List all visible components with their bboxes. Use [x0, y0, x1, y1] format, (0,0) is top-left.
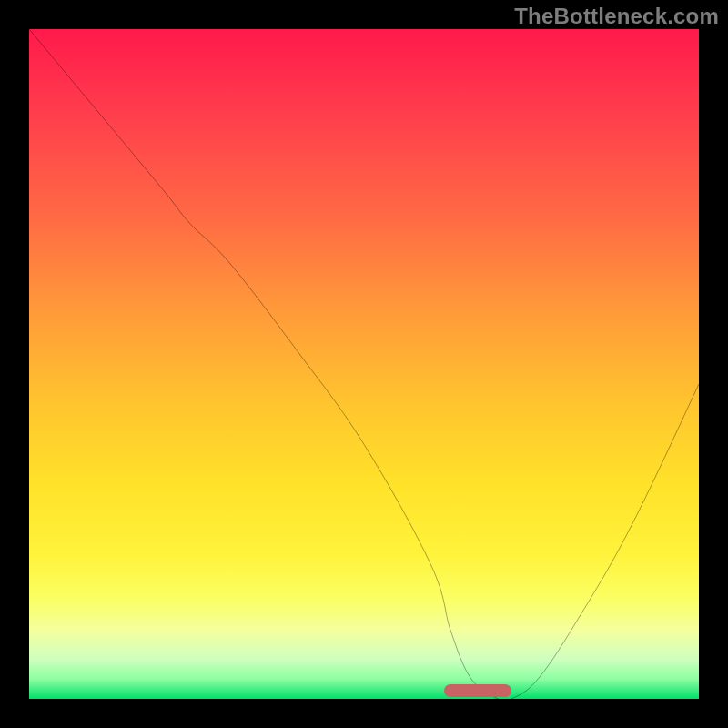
- optimal-range-marker: [444, 684, 511, 697]
- watermark-label: TheBottleneck.com: [514, 4, 719, 29]
- plot-area: [29, 29, 699, 699]
- bottleneck-curve: [29, 29, 699, 699]
- curve-path: [29, 29, 699, 702]
- chart-container: TheBottleneck.com: [0, 0, 728, 728]
